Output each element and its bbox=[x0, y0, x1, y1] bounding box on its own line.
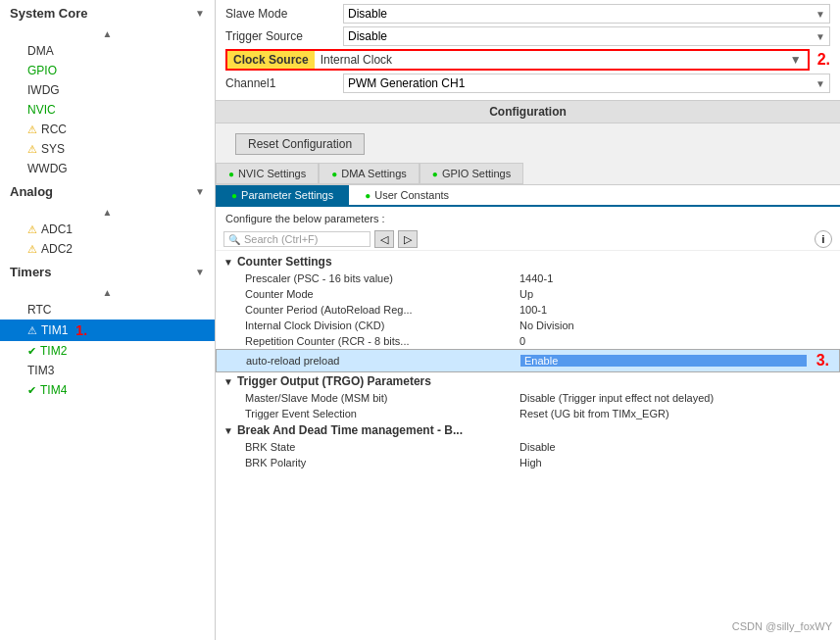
sidebar-item-label: WWDG bbox=[27, 162, 68, 175]
counter-param-row: Prescaler (PSC - 16 bits value)1440-1 bbox=[216, 271, 840, 286]
search-placeholder: Search (Ctrl+F) bbox=[244, 233, 319, 245]
analog-items-list: ⚠ADC1⚠ADC2 bbox=[0, 220, 215, 259]
counter-settings-label: Counter Settings bbox=[237, 255, 332, 269]
sidebar-item-sys[interactable]: ⚠SYS bbox=[0, 139, 215, 159]
break-dead-time-header[interactable]: ▼ Break And Dead Time management - B... bbox=[216, 421, 840, 439]
sidebar-item-label: GPIO bbox=[27, 64, 57, 77]
param-label: BRK State bbox=[245, 441, 519, 453]
trigger-items-list: Master/Slave Mode (MSM bit)Disable (Trig… bbox=[216, 390, 840, 421]
sidebar-item-rcc[interactable]: ⚠RCC bbox=[0, 120, 215, 139]
break-param-row: BRK PolarityHigh bbox=[216, 455, 840, 470]
analog-scroll-up[interactable]: ▲ bbox=[0, 205, 215, 220]
info-button[interactable]: i bbox=[815, 230, 832, 248]
tab-gpio-settings[interactable]: ● GPIO Settings bbox=[420, 163, 523, 184]
param-value: Up bbox=[519, 288, 830, 300]
search-row: 🔍 Search (Ctrl+F) ◁ ▷ i bbox=[216, 228, 840, 251]
sidebar-item-label: TIM2 bbox=[40, 344, 67, 358]
trigger-source-select[interactable]: Disable ▼ bbox=[343, 26, 830, 46]
slave-mode-label: Slave Mode bbox=[225, 7, 343, 21]
clock-source-label: Clock Source bbox=[227, 51, 315, 69]
trigger-source-arrow: ▼ bbox=[815, 31, 825, 42]
param-label: Counter Mode bbox=[245, 288, 519, 300]
trigger-output-label: Trigger Output (TRGO) Parameters bbox=[237, 374, 431, 388]
trigger-source-value: Disable bbox=[348, 29, 387, 43]
slave-mode-select[interactable]: Disable ▼ bbox=[343, 4, 830, 24]
sidebar-item-nvic[interactable]: NVIC bbox=[0, 100, 215, 120]
timer-items-list: RTC⚠TIM11.✔TIM2TIM3✔TIM4 bbox=[0, 300, 215, 400]
reset-config-button[interactable]: Reset Configuration bbox=[235, 133, 365, 155]
sub-tab-user-constants[interactable]: ● User Constants bbox=[349, 185, 465, 205]
counter-param-row: Internal Clock Division (CKD)No Division bbox=[216, 318, 840, 333]
check-icon: ✔ bbox=[27, 345, 36, 358]
warning-icon: ⚠ bbox=[27, 223, 37, 236]
gpio-check-icon: ● bbox=[432, 169, 438, 179]
sidebar-item-dma[interactable]: DMA bbox=[0, 41, 215, 61]
sidebar-item-tim3[interactable]: TIM3 bbox=[0, 361, 215, 380]
warning-icon: ⚠ bbox=[27, 143, 37, 156]
analog-label: Analog bbox=[10, 184, 53, 199]
param-value: Reset (UG bit from TIMx_EGR) bbox=[519, 408, 830, 419]
timers-scroll-up[interactable]: ▲ bbox=[0, 285, 215, 300]
param-label: Counter Period (AutoReload Reg... bbox=[245, 304, 519, 316]
sidebar-item-adc1[interactable]: ⚠ADC1 bbox=[0, 220, 215, 239]
sidebar-item-wwdg[interactable]: WWDG bbox=[0, 159, 215, 178]
break-arrow-icon: ▼ bbox=[223, 425, 233, 436]
tab-dma-settings[interactable]: ● DMA Settings bbox=[319, 163, 420, 184]
sidebar-item-label: RTC bbox=[27, 303, 51, 317]
sidebar-item-rtc[interactable]: RTC bbox=[0, 300, 215, 320]
param-label: Internal Clock Division (CKD) bbox=[245, 320, 519, 331]
param-label: BRK Polarity bbox=[245, 457, 519, 468]
channel1-label: Channel1 bbox=[225, 76, 343, 90]
sidebar-item-tim1[interactable]: ⚠TIM11. bbox=[0, 320, 215, 341]
sidebar-item-adc2[interactable]: ⚠ADC2 bbox=[0, 239, 215, 259]
timers-section[interactable]: Timers ▼ bbox=[0, 259, 215, 285]
sidebar-item-label: DMA bbox=[27, 44, 54, 58]
sidebar-item-label: IWDG bbox=[27, 83, 60, 97]
dma-check-icon: ● bbox=[331, 169, 337, 179]
clock-source-arrow[interactable]: ▼ bbox=[784, 51, 808, 69]
channel1-arrow: ▼ bbox=[815, 78, 825, 89]
slave-mode-arrow: ▼ bbox=[815, 9, 825, 20]
clock-source-row: Clock Source Internal Clock ▼ 2. bbox=[225, 49, 830, 71]
sidebar-item-label: RCC bbox=[41, 123, 67, 136]
search-next-button[interactable]: ▷ bbox=[398, 230, 418, 248]
counter-param-row: Counter ModeUp bbox=[216, 286, 840, 302]
search-prev-button[interactable]: ◁ bbox=[374, 230, 394, 248]
counter-param-row[interactable]: auto-reload preloadEnable3. bbox=[216, 349, 840, 372]
analog-section[interactable]: Analog ▼ bbox=[0, 178, 215, 205]
system-items-list: DMAGPIOIWDGNVIC⚠RCC⚠SYSWWDG bbox=[0, 41, 215, 178]
counter-settings-header[interactable]: ▼ Counter Settings bbox=[216, 253, 840, 271]
clock-source-highlight-box: Clock Source Internal Clock ▼ bbox=[225, 49, 810, 71]
param-value: Disable (Trigger input effect not delaye… bbox=[519, 392, 830, 404]
trigger-param-row: Trigger Event SelectionReset (UG bit fro… bbox=[216, 406, 840, 421]
sub-tab-parameter[interactable]: ● Parameter Settings bbox=[216, 185, 349, 205]
timers-arrow: ▼ bbox=[195, 267, 205, 277]
trigger-source-row: Trigger Source Disable ▼ bbox=[225, 26, 830, 46]
warning-icon: ⚠ bbox=[27, 123, 37, 136]
trigger-arrow-icon: ▼ bbox=[223, 376, 233, 387]
timers-label: Timers bbox=[10, 265, 51, 279]
param-label: auto-reload preload bbox=[246, 355, 520, 367]
search-box[interactable]: 🔍 Search (Ctrl+F) bbox=[223, 231, 371, 247]
sub-tab-user-label: User Constants bbox=[374, 189, 449, 201]
counter-param-row: Counter Period (AutoReload Reg...100-1 bbox=[216, 302, 840, 318]
param-desc: Configure the below parameters : bbox=[216, 211, 840, 228]
break-param-row: BRK StateDisable bbox=[216, 439, 840, 455]
auto-reload-value: Enable bbox=[520, 355, 807, 367]
sidebar-item-label: TIM4 bbox=[40, 383, 67, 397]
sidebar-item-tim2[interactable]: ✔TIM2 bbox=[0, 341, 215, 361]
system-core-section[interactable]: System Core ▼ bbox=[0, 0, 215, 26]
sidebar-item-gpio[interactable]: GPIO bbox=[0, 61, 215, 80]
trigger-output-header[interactable]: ▼ Trigger Output (TRGO) Parameters bbox=[216, 372, 840, 390]
param-check-icon: ● bbox=[231, 190, 237, 201]
sidebar-item-iwdg[interactable]: IWDG bbox=[0, 80, 215, 100]
tab-gpio-label: GPIO Settings bbox=[442, 168, 511, 179]
system-scroll-up[interactable]: ▲ bbox=[0, 26, 215, 41]
sidebar-item-tim4[interactable]: ✔TIM4 bbox=[0, 380, 215, 400]
channel1-select[interactable]: PWM Generation CH1 ▼ bbox=[343, 74, 830, 93]
warning-icon: ⚠ bbox=[27, 324, 37, 337]
tab-nvic-settings[interactable]: ● NVIC Settings bbox=[216, 163, 319, 184]
tabs-row: ● NVIC Settings ● DMA Settings ● GPIO Se… bbox=[216, 163, 840, 185]
param-label: Repetition Counter (RCR - 8 bits... bbox=[245, 335, 519, 347]
tab-nvic-label: NVIC Settings bbox=[238, 168, 306, 179]
